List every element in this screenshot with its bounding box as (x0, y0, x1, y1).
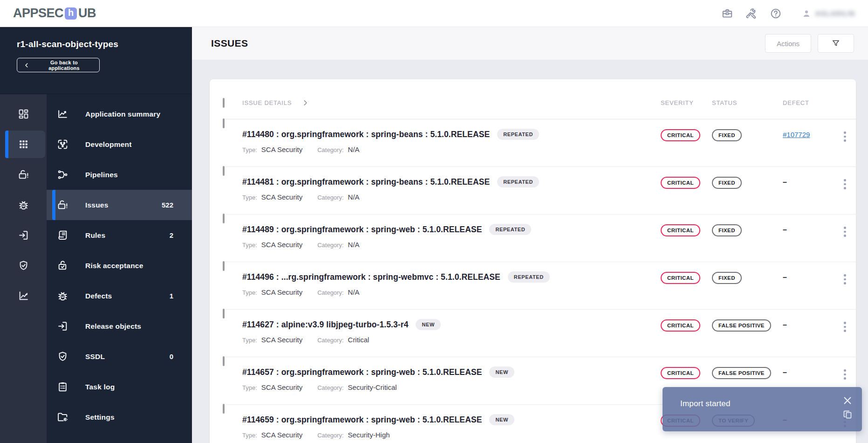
sidebar-item-release-objects[interactable]: Release objects (47, 311, 192, 341)
row-checkbox[interactable] (223, 356, 225, 366)
row-menu-kebab-icon[interactable] (843, 226, 847, 262)
bug-icon (57, 290, 68, 302)
chevron-right-icon[interactable] (527, 416, 535, 423)
category-label: Category: (317, 432, 343, 439)
sidebar-item-count: 0 (170, 353, 173, 360)
row-checkbox[interactable] (223, 118, 225, 128)
sidebar-item-ssdl[interactable]: SSDL 0 (47, 341, 192, 372)
type-label: Type: (242, 242, 257, 249)
row-checkbox[interactable] (223, 261, 225, 271)
select-all-checkbox[interactable] (223, 98, 225, 108)
sidebar-item-count: 2 (170, 231, 173, 239)
rail-item-chart[interactable] (0, 281, 47, 311)
issue-title[interactable]: #114480 : org.springframework : spring-b… (242, 130, 490, 139)
logo-text-left: APPSEC (13, 6, 63, 21)
rail-item-release[interactable] (0, 220, 47, 250)
help-icon[interactable] (770, 7, 782, 20)
sidebar-item-label: Application summary (85, 110, 160, 118)
tools-icon[interactable] (745, 7, 758, 20)
category-value: N/A (348, 288, 360, 296)
copy-icon[interactable] (842, 409, 854, 421)
issue-state-badge: REPEATED (497, 129, 539, 140)
chevron-right-icon[interactable] (454, 321, 461, 328)
close-icon[interactable] (842, 395, 853, 406)
defect-link[interactable]: #107729 (783, 131, 810, 138)
chevron-right-icon[interactable] (563, 273, 570, 281)
rail-item-apps-grid[interactable] (0, 129, 47, 159)
sidebar-item-label: SSDL (85, 353, 105, 361)
category-label: Category: (317, 146, 343, 153)
issue-state-badge: NEW (489, 367, 514, 378)
row-checkbox[interactable] (223, 404, 225, 414)
page-title: ISSUES (211, 38, 248, 49)
person-icon (801, 8, 812, 19)
user-menu[interactable]: AGLADILIN (801, 8, 855, 19)
sidebar-item-issues[interactable]: Issues 522 (47, 190, 192, 220)
severity-badge: CRITICAL (661, 272, 700, 284)
issue-title[interactable]: #114489 : org.springframework : spring-w… (242, 225, 482, 235)
status-badge: FIXED (712, 272, 742, 284)
rail-item-dashboard[interactable] (0, 99, 47, 129)
issue-title[interactable]: #114657 : org.springframework : spring-w… (242, 367, 482, 377)
type-value: SCA Security (261, 288, 302, 296)
sidebar-item-count: 522 (162, 201, 173, 209)
lock-alert-icon (57, 199, 68, 211)
app-header: APPSEC h UB AGLADILIN (0, 0, 868, 27)
issue-title[interactable]: #114627 : alpine:v3.9 libjpeg-turbo-1.5.… (242, 320, 408, 330)
sidebar-item-development[interactable]: Development (47, 129, 192, 159)
back-button-label: Go back to applications (35, 60, 93, 71)
issue-row: #114489 : org.springframework : spring-w… (223, 215, 856, 262)
row-menu-kebab-icon[interactable] (843, 321, 847, 357)
issue-state-badge: REPEATED (508, 271, 550, 283)
rail-item-lock-alert[interactable] (0, 159, 47, 190)
sidebar-item-label: Development (85, 140, 132, 149)
rail-item-shield-check[interactable] (0, 250, 47, 281)
rail-item-bug[interactable] (0, 190, 47, 220)
row-menu-kebab-icon[interactable] (843, 178, 847, 214)
status-badge: FALSE POSITIVE (712, 367, 771, 379)
row-checkbox[interactable] (223, 166, 225, 176)
sidebar-item-label: Issues (85, 201, 108, 209)
issue-title[interactable]: #114496 : ...rg.springframework : spring… (242, 272, 500, 282)
sidebar-item-application-summary[interactable]: Application summary (47, 99, 192, 129)
main-area: ISSUES Actions ISSUE DETAILS SEVERITY ST… (192, 27, 868, 443)
issue-state-badge: NEW (489, 414, 514, 425)
sidebar-item-pipelines[interactable]: Pipelines (47, 159, 192, 190)
severity-badge: CRITICAL (661, 367, 700, 379)
development-icon (57, 138, 68, 150)
back-to-applications-button[interactable]: Go back to applications (17, 58, 100, 72)
project-title: r1-all-scan-object-types (17, 39, 192, 49)
severity-badge: CRITICAL (661, 224, 700, 236)
status-badge: FALSE POSITIVE (712, 319, 771, 332)
row-menu-kebab-icon[interactable] (843, 131, 847, 166)
sidebar-item-settings[interactable]: Settings (47, 402, 192, 432)
category-label: Category: (317, 384, 343, 391)
sidebar-item-defects[interactable]: Defects 1 (47, 281, 192, 311)
type-label: Type: (242, 337, 257, 344)
chevron-right-icon[interactable] (527, 368, 535, 376)
row-checkbox[interactable] (223, 214, 225, 223)
issue-title[interactable]: #114481 : org.springframework : spring-b… (242, 177, 490, 187)
chevron-right-icon[interactable] (552, 178, 560, 186)
row-menu-kebab-icon[interactable] (843, 273, 847, 309)
type-label: Type: (242, 432, 257, 439)
toolbox-icon[interactable] (721, 7, 733, 20)
category-value: Critical (348, 336, 369, 344)
chevron-right-icon[interactable] (302, 99, 309, 106)
chevron-right-icon[interactable] (552, 131, 560, 138)
filter-button[interactable] (818, 34, 854, 53)
category-value: N/A (348, 145, 360, 153)
column-severity: SEVERITY (661, 99, 712, 106)
issue-title[interactable]: #114659 : org.springframework : spring-w… (242, 415, 482, 425)
sidebar-item-task-log[interactable]: Task log (47, 372, 192, 402)
actions-button[interactable]: Actions (765, 34, 811, 53)
sidebar-item-risk-acceptance[interactable]: Risk acceptance (47, 250, 192, 281)
severity-badge: CRITICAL (661, 129, 700, 141)
category-value: N/A (348, 241, 360, 249)
release-icon (57, 320, 68, 332)
type-value: SCA Security (261, 431, 302, 439)
row-checkbox[interactable] (223, 309, 225, 318)
user-name: AGLADILIN (815, 10, 855, 17)
chevron-right-icon[interactable] (544, 226, 552, 233)
sidebar-item-rules[interactable]: Rules 2 (47, 220, 192, 250)
